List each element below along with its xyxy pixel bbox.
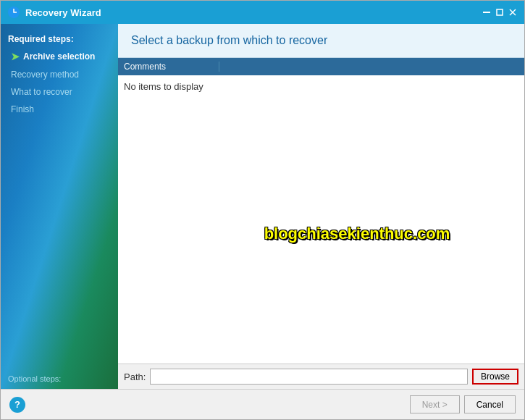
required-steps-label: Required steps:: [1, 30, 118, 47]
active-arrow-icon: ➤: [11, 51, 20, 62]
backup-table: Comments No items to display: [118, 58, 524, 364]
sidebar: Required steps: ➤ Archive selection Reco…: [1, 24, 118, 389]
window-controls: [481, 7, 518, 18]
browse-button[interactable]: Browse: [472, 369, 518, 385]
table-header: Comments: [118, 58, 524, 75]
sidebar-item-label: Recovery method: [11, 70, 79, 80]
main-content: Required steps: ➤ Archive selection Reco…: [1, 24, 524, 389]
app-icon: [7, 5, 21, 20]
restore-button[interactable]: [494, 7, 505, 18]
next-button[interactable]: Next >: [410, 395, 460, 413]
app-window: Recovery Wizard Required steps: ➤ Archiv…: [0, 0, 525, 420]
svg-rect-2: [483, 12, 490, 13]
cancel-button[interactable]: Cancel: [464, 395, 516, 413]
table-body: No items to display: [118, 75, 524, 364]
sidebar-item-finish[interactable]: Finish: [1, 101, 118, 118]
footer: ? Next > Cancel: [1, 389, 524, 419]
path-input[interactable]: [150, 369, 468, 385]
sidebar-item-what-to-recover[interactable]: What to recover: [1, 83, 118, 101]
close-button[interactable]: [507, 7, 518, 18]
column-comments: Comments: [118, 62, 219, 72]
page-header: Select a backup from which to recover: [118, 24, 524, 58]
sidebar-item-label: What to recover: [11, 87, 72, 97]
right-panel: Select a backup from which to recover Co…: [118, 24, 524, 389]
no-items-message: No items to display: [124, 80, 518, 93]
title-bar: Recovery Wizard: [1, 1, 524, 24]
footer-left: ?: [9, 397, 25, 413]
sidebar-item-archive-selection[interactable]: ➤ Archive selection: [1, 47, 118, 66]
help-button[interactable]: ?: [9, 397, 25, 413]
minimize-button[interactable]: [481, 7, 492, 18]
page-title: Select a backup from which to recover: [131, 34, 327, 46]
sidebar-item-label: Archive selection: [23, 51, 95, 62]
sidebar-item-label: Finish: [11, 104, 34, 114]
sidebar-item-recovery-method[interactable]: Recovery method: [1, 66, 118, 83]
path-label: Path:: [124, 371, 146, 382]
window-title: Recovery Wizard: [25, 7, 481, 18]
optional-steps-label: Optional steps:: [1, 369, 118, 389]
svg-rect-3: [497, 9, 503, 15]
path-row: Path: Browse: [118, 364, 524, 389]
